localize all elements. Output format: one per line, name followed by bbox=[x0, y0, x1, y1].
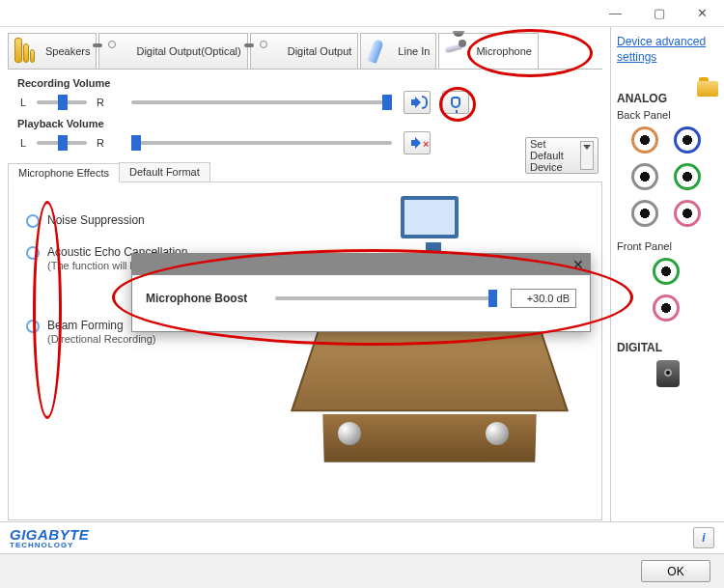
jack-grey[interactable] bbox=[631, 163, 658, 190]
noise-label: Noise Suppression bbox=[47, 213, 145, 227]
playback-volume-label: Playback Volume bbox=[17, 118, 602, 129]
radio-icon[interactable] bbox=[26, 246, 40, 260]
dialog-titlebar[interactable]: ✕ bbox=[132, 254, 590, 275]
maximize-button[interactable]: ▢ bbox=[637, 0, 681, 27]
linein-icon bbox=[367, 38, 394, 65]
speaker-icon bbox=[411, 97, 423, 108]
device-tabs: Speakers Digital Output(Optical) Digital… bbox=[8, 33, 602, 70]
back-jacks bbox=[617, 126, 718, 227]
chevron-down-icon bbox=[583, 145, 591, 161]
effects-panel: Noise Suppression Acoustic Echo Cancella… bbox=[8, 182, 602, 520]
mic-icon bbox=[451, 97, 460, 108]
default-dropdown[interactable] bbox=[580, 141, 594, 170]
tab-linein[interactable]: Line In bbox=[360, 33, 436, 69]
jack-pink[interactable] bbox=[674, 200, 701, 227]
tab-digital-optical[interactable]: Digital Output(Optical) bbox=[98, 33, 247, 69]
tab-digital[interactable]: Digital Output bbox=[250, 33, 359, 69]
jack-orange[interactable] bbox=[631, 126, 658, 154]
info-button[interactable]: i bbox=[693, 527, 714, 548]
play-mute-button[interactable]: × bbox=[404, 131, 431, 154]
receiver-icon bbox=[257, 38, 284, 65]
set-default-device-button[interactable]: Set Default Device bbox=[525, 137, 599, 174]
digital-heading: DIGITAL bbox=[617, 341, 718, 354]
rec-mic-button[interactable] bbox=[442, 91, 469, 114]
jack-grey-2[interactable] bbox=[631, 200, 658, 227]
tab-speakers[interactable]: Speakers bbox=[8, 33, 97, 69]
microphone-icon bbox=[445, 38, 472, 65]
rec-volume-slider[interactable] bbox=[131, 100, 392, 104]
front-jack-green[interactable] bbox=[653, 258, 680, 285]
tab-microphone[interactable]: Microphone bbox=[438, 33, 538, 69]
radio-icon[interactable] bbox=[26, 214, 40, 228]
boost-label: Microphone Boost bbox=[146, 292, 262, 305]
option-noise-suppression[interactable]: Noise Suppression bbox=[26, 213, 584, 228]
default-label: Set Default Device bbox=[530, 138, 572, 173]
jack-blue[interactable] bbox=[674, 126, 701, 154]
minimize-button[interactable]: — bbox=[594, 0, 637, 27]
play-volume-slider[interactable] bbox=[131, 141, 392, 145]
front-jack-pink[interactable] bbox=[653, 294, 680, 322]
ok-button[interactable]: OK bbox=[641, 560, 710, 582]
tab-microphone-label: Microphone bbox=[476, 45, 531, 57]
channel-r: R bbox=[95, 97, 106, 108]
tab-linein-label: Line In bbox=[398, 45, 430, 57]
backpanel-label: Back Panel bbox=[617, 109, 718, 121]
close-button[interactable]: ✕ bbox=[681, 0, 724, 27]
mic-boost-dialog: ✕ Microphone Boost +30.0 dB bbox=[131, 253, 591, 332]
receiver-icon bbox=[105, 38, 132, 65]
boost-value: +30.0 dB bbox=[511, 289, 576, 308]
folder-icon[interactable] bbox=[697, 81, 718, 97]
jack-green[interactable] bbox=[674, 163, 701, 190]
rec-balance-slider[interactable] bbox=[37, 100, 87, 104]
frontpanel-label: Front Panel bbox=[617, 240, 718, 252]
info-icon: i bbox=[702, 531, 705, 545]
subtab-effects[interactable]: Microphone Effects bbox=[8, 163, 120, 182]
channel-l: L bbox=[17, 97, 29, 108]
rec-speaker-button[interactable] bbox=[404, 91, 431, 114]
desk-illustration bbox=[285, 192, 574, 511]
title-bar: — ▢ ✕ bbox=[0, 0, 724, 27]
play-balance-slider[interactable] bbox=[37, 141, 87, 145]
spdif-port-icon[interactable] bbox=[656, 360, 680, 387]
tab-digital-optical-label: Digital Output(Optical) bbox=[136, 45, 240, 57]
front-jacks bbox=[617, 258, 718, 322]
radio-icon[interactable] bbox=[26, 320, 40, 333]
tab-speakers-label: Speakers bbox=[45, 45, 90, 57]
recording-volume-label: Recording Volume bbox=[17, 77, 602, 89]
channel-l: L bbox=[17, 137, 29, 149]
beam-label: Beam Forming bbox=[47, 319, 124, 332]
sub-tabs: Microphone Effects Default Format bbox=[8, 162, 602, 182]
channel-r: R bbox=[95, 137, 106, 149]
subtab-format-label: Default Format bbox=[129, 166, 200, 178]
tab-digital-label: Digital Output bbox=[288, 45, 352, 57]
beam-note: (Directional Recording) bbox=[47, 332, 156, 346]
speakers-icon bbox=[14, 38, 42, 65]
subtab-format[interactable]: Default Format bbox=[119, 162, 210, 182]
speaker-mute-icon: × bbox=[411, 137, 423, 149]
dialog-close-icon[interactable]: ✕ bbox=[572, 257, 584, 272]
boost-slider[interactable] bbox=[275, 296, 497, 300]
device-advanced-link[interactable]: Device advanced settings bbox=[617, 35, 718, 65]
subtab-effects-label: Microphone Effects bbox=[18, 167, 109, 179]
